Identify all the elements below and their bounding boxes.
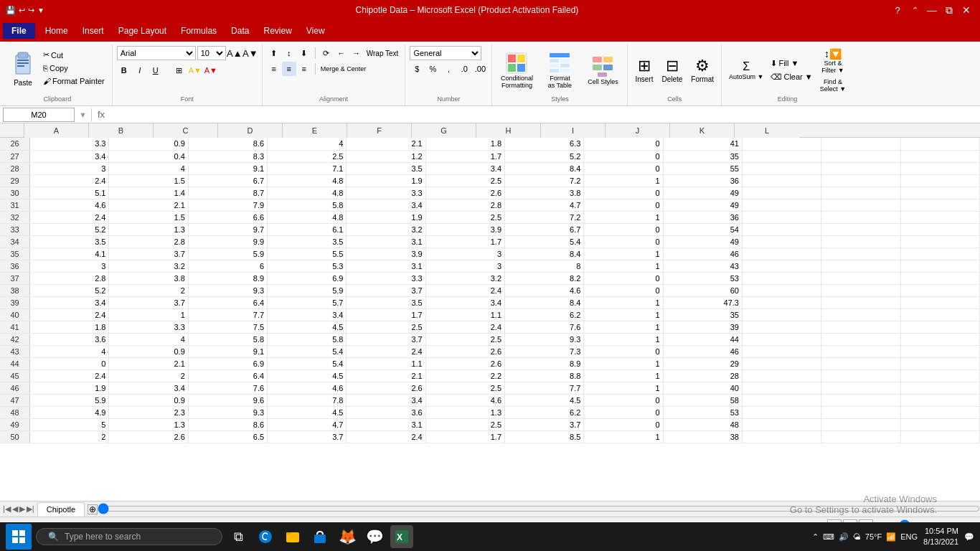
data-cell[interactable] xyxy=(821,382,900,394)
taskbar-firefox-icon[interactable]: 🦊 xyxy=(336,525,359,548)
format-painter-button[interactable]: 🖌 Format Painter xyxy=(40,75,108,87)
data-cell[interactable]: 0 xyxy=(584,187,663,199)
data-cell[interactable]: 1 xyxy=(584,296,663,309)
data-cell[interactable]: 5.8 xyxy=(188,333,267,345)
data-cell[interactable]: 8.6 xyxy=(188,138,267,150)
find-select-button[interactable]: Find & Select ▼ xyxy=(817,77,849,94)
data-cell[interactable]: 2.5 xyxy=(347,321,425,333)
data-cell[interactable]: 0 xyxy=(584,162,663,174)
merge-center-button[interactable]: Merge & Center xyxy=(319,62,368,76)
data-cell[interactable]: 3.2 xyxy=(425,272,504,284)
scroll-area[interactable]: 263.30.98.642.11.86.3041273.40.48.32.51.… xyxy=(0,138,980,501)
data-cell[interactable]: 58 xyxy=(663,394,742,406)
data-cell[interactable]: 2.2 xyxy=(425,369,504,382)
data-cell[interactable]: 7.2 xyxy=(505,174,584,187)
comma-btn[interactable]: , xyxy=(441,62,456,76)
data-cell[interactable]: 0 xyxy=(584,272,663,284)
percent-btn[interactable]: % xyxy=(425,62,440,76)
data-cell[interactable] xyxy=(742,150,821,162)
data-cell[interactable]: 3.7 xyxy=(505,418,584,430)
sheet-tab-chipotle[interactable]: Chipotle xyxy=(37,502,85,517)
data-cell[interactable]: 0 xyxy=(584,223,663,235)
data-cell[interactable]: 3.5 xyxy=(30,235,109,248)
data-cell[interactable]: 2.8 xyxy=(30,272,109,284)
data-cell[interactable] xyxy=(900,211,979,223)
col-header-I[interactable]: I xyxy=(541,123,606,138)
data-cell[interactable]: 7.2 xyxy=(505,211,584,223)
data-cell[interactable]: 49 xyxy=(663,235,742,248)
data-cell[interactable] xyxy=(742,272,821,284)
data-cell[interactable] xyxy=(821,199,900,211)
font-color-button[interactable]: A▼ xyxy=(204,63,218,77)
data-cell[interactable] xyxy=(742,309,821,321)
data-cell[interactable]: 3.4 xyxy=(30,296,109,309)
home-menu[interactable]: Home xyxy=(38,23,75,39)
data-cell[interactable]: 3.7 xyxy=(109,296,188,309)
data-cell[interactable] xyxy=(821,406,900,418)
data-cell[interactable] xyxy=(821,418,900,430)
data-cell[interactable] xyxy=(821,333,900,345)
data-cell[interactable]: 2.4 xyxy=(347,430,425,443)
data-cell[interactable]: 8.3 xyxy=(188,150,267,162)
data-cell[interactable]: 5.4 xyxy=(505,235,584,248)
data-cell[interactable] xyxy=(900,357,979,369)
data-cell[interactable]: 3.3 xyxy=(30,138,109,150)
data-cell[interactable] xyxy=(900,418,979,430)
data-cell[interactable]: 5.8 xyxy=(268,199,347,211)
data-cell[interactable] xyxy=(742,223,821,235)
data-cell[interactable]: 8.4 xyxy=(505,248,584,260)
data-cell[interactable]: 2.6 xyxy=(425,345,504,357)
paste-button[interactable]: Paste xyxy=(7,46,39,88)
data-cell[interactable]: 0.9 xyxy=(109,345,188,357)
data-cell[interactable]: 9.1 xyxy=(188,345,267,357)
data-cell[interactable] xyxy=(900,138,979,150)
indent-decrease-btn[interactable]: ← xyxy=(334,46,349,60)
data-cell[interactable]: 1 xyxy=(584,430,663,443)
data-cell[interactable]: 6.5 xyxy=(188,430,267,443)
decimal-increase-btn[interactable]: .0 xyxy=(457,62,471,76)
data-cell[interactable]: 1.1 xyxy=(347,357,425,369)
data-cell[interactable]: 5.4 xyxy=(268,345,347,357)
data-cell[interactable]: 47.3 xyxy=(663,296,742,309)
data-cell[interactable]: 5.2 xyxy=(30,223,109,235)
data-cell[interactable] xyxy=(821,309,900,321)
data-cell[interactable] xyxy=(821,248,900,260)
currency-btn[interactable]: $ xyxy=(410,62,424,76)
data-cell[interactable]: 6.4 xyxy=(188,369,267,382)
font-size-select[interactable]: 10 xyxy=(197,46,226,60)
keyboard-icon[interactable]: ⌨ xyxy=(823,532,834,542)
data-cell[interactable] xyxy=(821,162,900,174)
data-cell[interactable]: 48 xyxy=(663,418,742,430)
sort-filter-button[interactable]: ↕🔽 Sort & Filter ▼ xyxy=(817,47,849,75)
add-sheet-button[interactable]: ⊕ xyxy=(88,504,98,514)
format-button[interactable]: ⚙ Format xyxy=(688,55,717,85)
data-cell[interactable]: 1 xyxy=(109,309,188,321)
view-menu[interactable]: View xyxy=(299,23,332,39)
col-header-B[interactable]: B xyxy=(89,123,154,138)
chevron-icon[interactable]: ⌃ xyxy=(812,532,819,542)
window-controls[interactable]: ? ⌃ — ⧉ ✕ xyxy=(890,4,974,17)
col-header-D[interactable]: D xyxy=(218,123,283,138)
data-cell[interactable]: 6.3 xyxy=(505,138,584,150)
taskbar-store-icon[interactable] xyxy=(308,525,331,548)
data-cell[interactable]: 54 xyxy=(663,223,742,235)
data-cell[interactable]: 0 xyxy=(584,394,663,406)
task-view-button[interactable]: ⧉ xyxy=(227,525,250,548)
data-cell[interactable] xyxy=(900,321,979,333)
data-cell[interactable]: 2.1 xyxy=(109,199,188,211)
data-cell[interactable] xyxy=(742,369,821,382)
data-cell[interactable] xyxy=(900,394,979,406)
name-box[interactable] xyxy=(3,108,75,122)
data-cell[interactable] xyxy=(821,235,900,248)
col-header-G[interactable]: G xyxy=(412,123,476,138)
customize-icon[interactable]: ▼ xyxy=(37,6,44,14)
data-cell[interactable]: 3.2 xyxy=(109,260,188,272)
data-cell[interactable]: 3.5 xyxy=(347,162,425,174)
network-icon[interactable]: 📶 xyxy=(886,532,896,542)
indent-increase-btn[interactable]: → xyxy=(349,46,364,60)
data-cell[interactable]: 6 xyxy=(188,260,267,272)
data-cell[interactable] xyxy=(742,394,821,406)
data-cell[interactable]: 6.4 xyxy=(188,296,267,309)
data-cell[interactable]: 2.5 xyxy=(425,333,504,345)
data-cell[interactable]: 3 xyxy=(30,162,109,174)
